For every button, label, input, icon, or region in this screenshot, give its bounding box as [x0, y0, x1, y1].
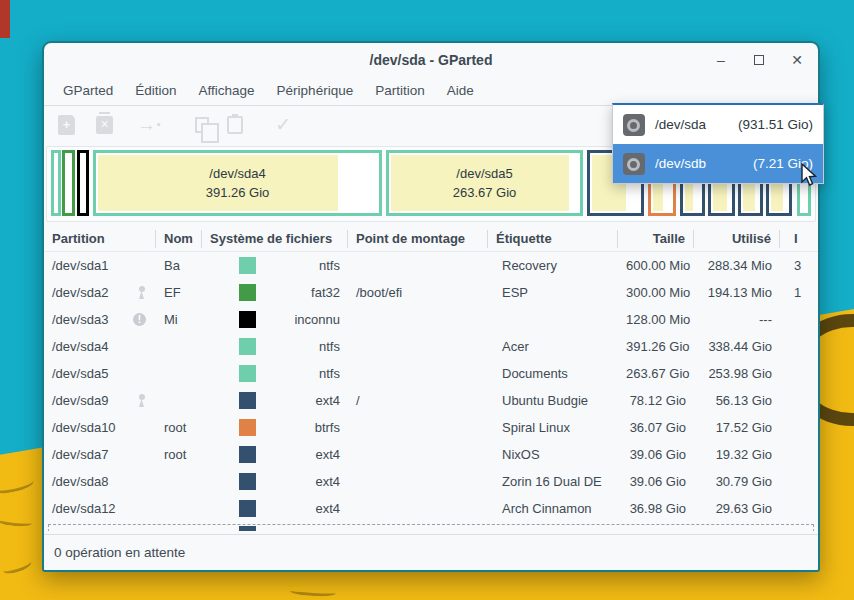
- minimize-button[interactable]: –: [714, 53, 728, 67]
- table-row[interactable]: /dev/sda10 root btrfs Spiral Linux 36.07…: [44, 414, 818, 441]
- mouse-cursor: [800, 163, 820, 187]
- fs-color-swatch: [239, 284, 256, 301]
- statusbar: 0 opération en attente: [44, 534, 818, 570]
- col-partition[interactable]: Partition: [44, 230, 156, 248]
- bar-segment-sda1[interactable]: [51, 150, 61, 216]
- maximize-button[interactable]: [752, 53, 766, 67]
- fs-color-swatch: [239, 392, 256, 409]
- fs-color-swatch: [239, 311, 256, 328]
- bar-segment-sda5-label: /dev/sda5 263.67 Gio: [389, 153, 580, 213]
- window-title: /dev/sda - GParted: [44, 52, 818, 68]
- hard-disk-icon: [623, 153, 645, 175]
- wallpaper-red-strip: [0, 0, 10, 38]
- partition-table: /dev/sda1 Ba ntfs Recovery 600.00 Mio 28…: [44, 252, 818, 532]
- delete-partition-icon[interactable]: ✕: [96, 116, 113, 134]
- bar-segment-sda5[interactable]: /dev/sda5 263.67 Gio: [386, 150, 583, 216]
- table-row[interactable]: /dev/sda4 ntfs Acer 391.26 Gio 338.44 Gi…: [44, 333, 818, 360]
- fs-color-swatch: [239, 473, 256, 490]
- bar-segment-sda2[interactable]: [62, 150, 75, 216]
- fs-color-swatch: [239, 526, 256, 531]
- menu-aide[interactable]: Aide: [436, 79, 485, 102]
- mounted-lock-icon: [137, 286, 146, 299]
- close-button[interactable]: ✕: [790, 53, 804, 67]
- menu-edition[interactable]: Édition: [124, 79, 187, 102]
- table-row[interactable]: /dev/sda2 EF fat32 /boot/efi ESP 300.00 …: [44, 279, 818, 306]
- titlebar[interactable]: /dev/sda - GParted – ✕: [44, 43, 818, 76]
- table-row[interactable]: /dev/sda7 root ext4 NixOS 39.06 Gio 19.3…: [44, 441, 818, 468]
- apply-operations-icon[interactable]: ✓: [275, 113, 291, 136]
- col-unused-clipped[interactable]: I: [780, 230, 818, 248]
- paste-icon[interactable]: [227, 116, 243, 134]
- menu-affichage[interactable]: Affichage: [188, 79, 266, 102]
- fs-color-swatch: [239, 257, 256, 274]
- table-row[interactable]: /dev/sda3! Mi inconnu 128.00 Mio ---: [44, 306, 818, 333]
- warning-icon: !: [133, 313, 146, 326]
- col-size[interactable]: Taille: [618, 230, 694, 248]
- menubar: GParted Édition Affichage Périphérique P…: [44, 76, 818, 105]
- pending-operations-text: 0 opération en attente: [54, 545, 185, 560]
- table-row-partial[interactable]: [44, 522, 818, 531]
- bar-segment-sda3[interactable]: [77, 150, 89, 216]
- col-mountpoint[interactable]: Point de montage: [348, 230, 488, 248]
- fs-color-swatch: [239, 365, 256, 382]
- device-option-sda[interactable]: /dev/sda (931.51 Gio): [613, 105, 823, 144]
- menu-peripherique[interactable]: Périphérique: [266, 79, 365, 102]
- col-filesystem[interactable]: Système de fichiers: [202, 230, 348, 248]
- col-nom[interactable]: Nom: [156, 230, 202, 248]
- gparted-window: /dev/sda - GParted – ✕ GParted Édition A…: [42, 41, 820, 572]
- new-partition-icon[interactable]: +: [58, 115, 75, 135]
- col-label[interactable]: Étiquette: [488, 230, 618, 248]
- table-row[interactable]: /dev/sda12 ext4 Arch Cinnamon 36.98 Gio …: [44, 495, 818, 522]
- fs-color-swatch: [239, 338, 256, 355]
- fs-color-swatch: [239, 500, 256, 517]
- bar-segment-sda4-label: /dev/sda4 391.26 Gio: [96, 153, 379, 213]
- col-used[interactable]: Utilisé: [694, 230, 780, 248]
- table-row[interactable]: /dev/sda8 ext4 Zorin 16 Dual DE 39.06 Gi…: [44, 468, 818, 495]
- menu-partition[interactable]: Partition: [364, 79, 436, 102]
- resize-move-icon[interactable]: →·: [137, 115, 162, 134]
- mounted-lock-icon: [137, 394, 146, 407]
- copy-icon[interactable]: [195, 117, 209, 133]
- table-row[interactable]: /dev/sda9 ext4 / Ubuntu Budgie 78.12 Gio…: [44, 387, 818, 414]
- hard-disk-icon: [623, 114, 645, 136]
- table-row[interactable]: /dev/sda1 Ba ntfs Recovery 600.00 Mio 28…: [44, 252, 818, 279]
- fs-color-swatch: [239, 446, 256, 463]
- table-row[interactable]: /dev/sda5 ntfs Documents 263.67 Gio 253.…: [44, 360, 818, 387]
- desktop-wallpaper: /dev/sda - GParted – ✕ GParted Édition A…: [0, 0, 854, 600]
- device-selector-dropdown: /dev/sda (931.51 Gio) /dev/sdb (7.21 Gio…: [612, 103, 824, 184]
- fs-color-swatch: [239, 419, 256, 436]
- menu-gparted[interactable]: GParted: [52, 79, 124, 102]
- table-header: Partition Nom Système de fichiers Point …: [44, 226, 818, 252]
- device-option-sdb[interactable]: /dev/sdb (7.21 Gio): [613, 144, 823, 183]
- bar-segment-sda4[interactable]: /dev/sda4 391.26 Gio: [93, 150, 382, 216]
